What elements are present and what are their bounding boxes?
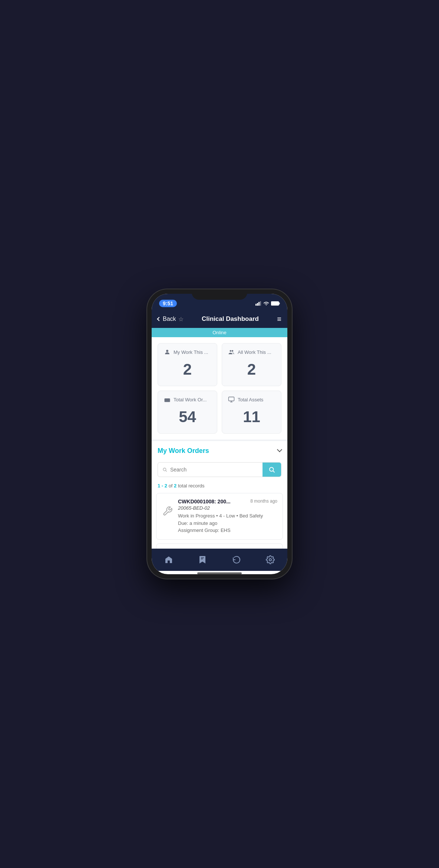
wrench-icon	[162, 506, 173, 516]
wo-assignment-1: Assignment Group: EHS	[178, 527, 277, 534]
back-button[interactable]: Back ☆	[158, 316, 184, 323]
search-bar	[158, 462, 281, 477]
favorite-icon[interactable]: ☆	[178, 316, 184, 323]
main-content[interactable]: My Work This ... 2	[152, 337, 287, 549]
work-order-item-2[interactable]: CWKD0001006: 200... 9 months ago	[156, 543, 283, 549]
my-work-card-value: 2	[164, 358, 211, 381]
my-work-card-header: My Work This ...	[164, 349, 211, 355]
svg-rect-5	[271, 302, 279, 305]
total-assets-card-value: 11	[228, 406, 275, 428]
dashboard-cards: My Work This ... 2	[152, 337, 287, 440]
refresh-icon	[232, 555, 241, 564]
svg-rect-0	[255, 304, 257, 306]
status-icons	[255, 301, 280, 306]
svg-rect-18	[168, 560, 170, 563]
svg-rect-20	[201, 559, 203, 559]
briefcase-icon	[164, 396, 171, 403]
all-work-card[interactable]: All Work This ... 2	[222, 343, 281, 386]
search-button-icon	[268, 466, 275, 473]
wo-id-1: CWKD0001008: 200...	[178, 499, 231, 504]
collapse-icon[interactable]	[278, 448, 281, 454]
nav-refresh-button[interactable]	[232, 555, 241, 564]
svg-rect-2	[258, 302, 260, 306]
total-wo-card-title: Total Work Or...	[174, 397, 207, 402]
svg-point-4	[266, 305, 267, 305]
back-label: Back	[163, 316, 176, 322]
home-icon	[164, 555, 173, 564]
group-icon	[228, 349, 235, 355]
search-container	[152, 459, 287, 481]
chevron-left-icon	[157, 317, 161, 321]
work-orders-title: My Work Orders	[158, 447, 209, 455]
search-input-wrap	[158, 463, 263, 477]
wo-content-1: CWKD0001008: 200... 8 months ago 20065-B…	[178, 499, 277, 534]
svg-point-9	[232, 350, 234, 352]
work-orders-section: My Work Orders	[152, 441, 287, 549]
chevron-down-icon	[277, 447, 282, 452]
svg-rect-10	[165, 398, 170, 402]
my-work-card[interactable]: My Work This ... 2	[158, 343, 217, 386]
svg-rect-6	[279, 303, 280, 305]
all-work-card-value: 2	[228, 358, 275, 381]
nav-bookmark-button[interactable]	[198, 555, 207, 564]
status-time: 9:51	[159, 300, 177, 307]
bookmark-icon	[198, 555, 207, 564]
work-order-item-1[interactable]: CWKD0001008: 200... 8 months ago 20065-B…	[156, 493, 283, 540]
wo-title-row-1: CWKD0001008: 200... 8 months ago	[178, 499, 277, 504]
home-indicator	[197, 572, 242, 574]
svg-point-8	[230, 350, 232, 352]
svg-rect-19	[201, 558, 204, 558]
svg-point-21	[269, 559, 271, 561]
all-work-card-title: All Work This ...	[238, 349, 271, 355]
wifi-icon	[263, 301, 269, 306]
online-banner: Online	[152, 328, 287, 337]
page-title: Clinical Dashboard	[202, 315, 259, 323]
wo-details-1: Work in Progress • 4 - Low • Bed Safety	[178, 512, 277, 520]
wo-time-1: 8 months ago	[250, 499, 277, 504]
total-assets-card-title: Total Assets	[238, 397, 263, 402]
wo-wrench-icon-wrap	[162, 505, 174, 517]
all-work-card-header: All Work This ...	[228, 349, 275, 355]
monitor-icon	[228, 396, 235, 403]
svg-point-16	[270, 467, 274, 471]
bottom-nav	[152, 549, 287, 571]
svg-line-15	[166, 470, 167, 471]
total-wo-card-header: Total Work Or...	[164, 396, 211, 403]
records-range: 1 - 2	[158, 483, 167, 489]
svg-point-14	[163, 468, 166, 471]
records-suffix: total records	[178, 483, 205, 489]
nav-home-button[interactable]	[164, 555, 173, 564]
work-order-list: CWKD0001008: 200... 8 months ago 20065-B…	[152, 493, 287, 549]
records-total: 2	[174, 483, 176, 489]
svg-rect-11	[229, 397, 234, 401]
wo-due-1: Due: a minute ago	[178, 520, 277, 527]
my-work-card-title: My Work This ...	[174, 349, 208, 355]
total-wo-card-value: 54	[164, 406, 211, 428]
signal-icon	[255, 301, 261, 306]
battery-icon	[271, 301, 280, 306]
nav-bar: Back ☆ Clinical Dashboard ≡	[152, 310, 287, 328]
svg-rect-1	[257, 303, 258, 306]
svg-line-17	[273, 471, 274, 472]
phone-notch	[192, 289, 247, 300]
phone-frame: 9:51	[147, 289, 292, 579]
nav-settings-button[interactable]	[266, 555, 275, 564]
online-label: Online	[212, 330, 227, 335]
total-assets-card[interactable]: Total Assets 11	[222, 391, 281, 434]
records-count: 1 - 2 of 2 total records	[152, 481, 287, 493]
cards-grid: My Work This ... 2	[158, 343, 281, 434]
total-work-orders-card[interactable]: Total Work Or... 54	[158, 391, 217, 434]
person-icon	[164, 349, 171, 355]
search-input[interactable]	[170, 467, 258, 473]
menu-button[interactable]: ≡	[277, 315, 281, 323]
records-of-label: of	[169, 483, 174, 489]
search-icon	[162, 467, 167, 472]
svg-point-7	[166, 350, 168, 352]
settings-icon	[266, 555, 275, 564]
work-orders-header: My Work Orders	[152, 441, 287, 459]
search-button[interactable]	[263, 463, 281, 477]
phone-screen: 9:51	[152, 294, 287, 574]
svg-rect-3	[260, 301, 261, 306]
wo-subtitle-1: 20065-BED-02	[178, 505, 277, 511]
total-assets-card-header: Total Assets	[228, 396, 275, 403]
